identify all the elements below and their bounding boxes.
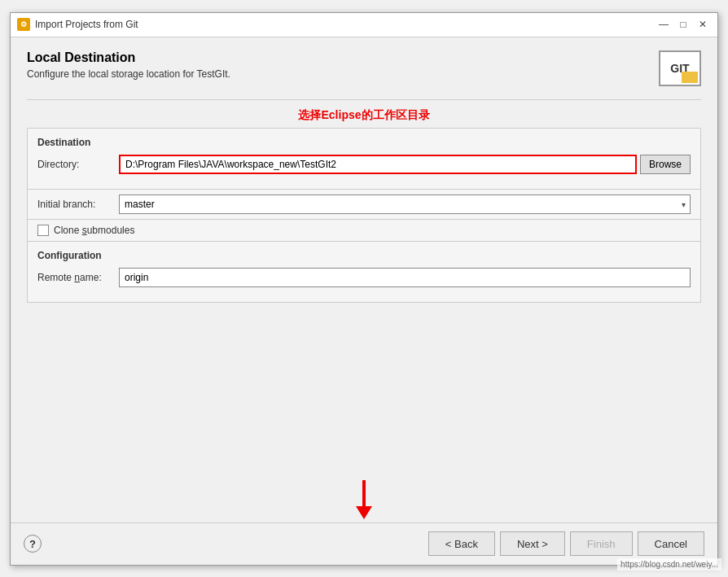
branch-select-wrapper: master ▾ bbox=[119, 195, 691, 214]
git-logo: GIT bbox=[659, 50, 701, 86]
arrow-area bbox=[27, 474, 701, 522]
branch-select[interactable]: master bbox=[119, 195, 691, 214]
help-button[interactable]: ? bbox=[24, 535, 42, 553]
titlebar-controls: — □ ✕ bbox=[656, 16, 711, 33]
content-area: Local Destination Configure the local st… bbox=[11, 37, 717, 522]
header-text: Local Destination Configure the local st… bbox=[27, 50, 230, 80]
directory-label: Directory: bbox=[37, 159, 119, 170]
finish-button[interactable]: Finish bbox=[570, 531, 633, 556]
close-button[interactable]: ✕ bbox=[695, 16, 711, 33]
browse-button[interactable]: Browse bbox=[640, 155, 691, 174]
window-icon: ⚙ bbox=[17, 18, 30, 31]
git-logo-decoration bbox=[682, 72, 698, 83]
watermark: https://blog.csdn.net/weiy... bbox=[617, 558, 721, 570]
footer-buttons: < Back Next > Finish Cancel bbox=[428, 531, 704, 556]
red-arrow-icon bbox=[356, 480, 372, 519]
clone-submodules-label: Clone submodules bbox=[54, 225, 134, 236]
remote-name-input[interactable] bbox=[119, 268, 691, 287]
clone-submodules-checkbox[interactable] bbox=[37, 225, 49, 236]
next-button[interactable]: Next > bbox=[500, 531, 565, 556]
main-window: ⚙ Import Projects from Git — □ ✕ Local D… bbox=[10, 12, 718, 566]
configuration-section-label: Configuration bbox=[37, 250, 691, 261]
annotation-text: 选择Eclipse的工作区目录 bbox=[27, 108, 701, 123]
arrow-line bbox=[362, 480, 366, 506]
header-area: Local Destination Configure the local st… bbox=[27, 50, 701, 86]
separator bbox=[27, 99, 701, 100]
directory-row: Directory: Browse bbox=[37, 155, 691, 174]
branch-row: Initial branch: master ▾ bbox=[27, 190, 701, 220]
page-subtitle: Configure the local storage location for… bbox=[27, 68, 230, 80]
directory-input[interactable] bbox=[119, 155, 637, 174]
destination-section-label: Destination bbox=[37, 137, 691, 148]
minimize-button[interactable]: — bbox=[656, 16, 672, 33]
remote-name-row: Remote name: bbox=[37, 268, 691, 287]
arrow-head bbox=[356, 506, 372, 519]
cancel-button[interactable]: Cancel bbox=[638, 531, 704, 556]
branch-label: Initial branch: bbox=[37, 199, 119, 210]
configuration-section: Configuration Remote name: bbox=[27, 242, 701, 303]
clone-submodules-row: Clone submodules bbox=[27, 220, 701, 242]
remote-name-label: Remote name: bbox=[37, 272, 119, 283]
spacer bbox=[27, 303, 701, 474]
maximize-button[interactable]: □ bbox=[675, 16, 691, 33]
page-title: Local Destination bbox=[27, 50, 230, 65]
destination-section: Destination Directory: Browse bbox=[27, 128, 701, 190]
footer-left: ? bbox=[24, 535, 42, 553]
window-title: Import Projects from Git bbox=[35, 19, 138, 30]
footer: ? < Back Next > Finish Cancel bbox=[11, 522, 717, 565]
back-button[interactable]: < Back bbox=[428, 531, 495, 556]
titlebar: ⚙ Import Projects from Git — □ ✕ bbox=[11, 13, 717, 37]
titlebar-left: ⚙ Import Projects from Git bbox=[17, 18, 138, 31]
